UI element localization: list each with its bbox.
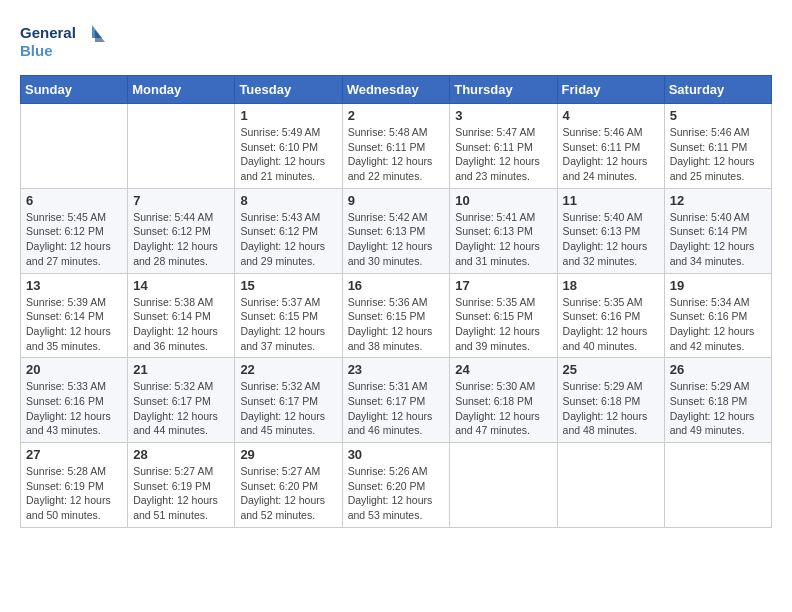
day-info: Sunrise: 5:27 AM Sunset: 6:20 PM Dayligh…	[240, 464, 336, 523]
day-number: 7	[133, 193, 229, 208]
calendar-cell: 3Sunrise: 5:47 AM Sunset: 6:11 PM Daylig…	[450, 104, 557, 189]
day-info: Sunrise: 5:40 AM Sunset: 6:13 PM Dayligh…	[563, 210, 659, 269]
day-number: 25	[563, 362, 659, 377]
day-info: Sunrise: 5:46 AM Sunset: 6:11 PM Dayligh…	[670, 125, 766, 184]
day-number: 27	[26, 447, 122, 462]
day-info: Sunrise: 5:47 AM Sunset: 6:11 PM Dayligh…	[455, 125, 551, 184]
calendar-cell: 14Sunrise: 5:38 AM Sunset: 6:14 PM Dayli…	[128, 273, 235, 358]
page-header: General Blue	[20, 20, 772, 65]
weekday-header-cell: Tuesday	[235, 76, 342, 104]
day-info: Sunrise: 5:42 AM Sunset: 6:13 PM Dayligh…	[348, 210, 445, 269]
calendar-cell: 4Sunrise: 5:46 AM Sunset: 6:11 PM Daylig…	[557, 104, 664, 189]
day-info: Sunrise: 5:32 AM Sunset: 6:17 PM Dayligh…	[133, 379, 229, 438]
calendar-cell: 22Sunrise: 5:32 AM Sunset: 6:17 PM Dayli…	[235, 358, 342, 443]
calendar-cell: 8Sunrise: 5:43 AM Sunset: 6:12 PM Daylig…	[235, 188, 342, 273]
calendar-cell: 16Sunrise: 5:36 AM Sunset: 6:15 PM Dayli…	[342, 273, 450, 358]
day-number: 8	[240, 193, 336, 208]
logo-svg: General Blue	[20, 20, 110, 65]
day-info: Sunrise: 5:28 AM Sunset: 6:19 PM Dayligh…	[26, 464, 122, 523]
calendar-cell: 27Sunrise: 5:28 AM Sunset: 6:19 PM Dayli…	[21, 443, 128, 528]
calendar-cell: 12Sunrise: 5:40 AM Sunset: 6:14 PM Dayli…	[664, 188, 771, 273]
weekday-header-cell: Monday	[128, 76, 235, 104]
calendar-cell: 25Sunrise: 5:29 AM Sunset: 6:18 PM Dayli…	[557, 358, 664, 443]
day-number: 17	[455, 278, 551, 293]
day-info: Sunrise: 5:30 AM Sunset: 6:18 PM Dayligh…	[455, 379, 551, 438]
day-info: Sunrise: 5:40 AM Sunset: 6:14 PM Dayligh…	[670, 210, 766, 269]
calendar-cell: 15Sunrise: 5:37 AM Sunset: 6:15 PM Dayli…	[235, 273, 342, 358]
day-info: Sunrise: 5:46 AM Sunset: 6:11 PM Dayligh…	[563, 125, 659, 184]
day-number: 13	[26, 278, 122, 293]
calendar-cell: 18Sunrise: 5:35 AM Sunset: 6:16 PM Dayli…	[557, 273, 664, 358]
calendar-cell: 23Sunrise: 5:31 AM Sunset: 6:17 PM Dayli…	[342, 358, 450, 443]
day-info: Sunrise: 5:48 AM Sunset: 6:11 PM Dayligh…	[348, 125, 445, 184]
day-info: Sunrise: 5:35 AM Sunset: 6:16 PM Dayligh…	[563, 295, 659, 354]
day-number: 14	[133, 278, 229, 293]
calendar-cell: 13Sunrise: 5:39 AM Sunset: 6:14 PM Dayli…	[21, 273, 128, 358]
day-info: Sunrise: 5:35 AM Sunset: 6:15 PM Dayligh…	[455, 295, 551, 354]
calendar-cell: 29Sunrise: 5:27 AM Sunset: 6:20 PM Dayli…	[235, 443, 342, 528]
day-info: Sunrise: 5:36 AM Sunset: 6:15 PM Dayligh…	[348, 295, 445, 354]
calendar-cell: 10Sunrise: 5:41 AM Sunset: 6:13 PM Dayli…	[450, 188, 557, 273]
day-number: 30	[348, 447, 445, 462]
day-number: 23	[348, 362, 445, 377]
weekday-header-cell: Sunday	[21, 76, 128, 104]
weekday-header-cell: Wednesday	[342, 76, 450, 104]
calendar-cell: 6Sunrise: 5:45 AM Sunset: 6:12 PM Daylig…	[21, 188, 128, 273]
weekday-header-row: SundayMondayTuesdayWednesdayThursdayFrid…	[21, 76, 772, 104]
calendar-cell: 24Sunrise: 5:30 AM Sunset: 6:18 PM Dayli…	[450, 358, 557, 443]
calendar-cell: 1Sunrise: 5:49 AM Sunset: 6:10 PM Daylig…	[235, 104, 342, 189]
day-number: 20	[26, 362, 122, 377]
day-info: Sunrise: 5:44 AM Sunset: 6:12 PM Dayligh…	[133, 210, 229, 269]
day-number: 22	[240, 362, 336, 377]
calendar-table: SundayMondayTuesdayWednesdayThursdayFrid…	[20, 75, 772, 528]
day-info: Sunrise: 5:27 AM Sunset: 6:19 PM Dayligh…	[133, 464, 229, 523]
calendar-week-row: 1Sunrise: 5:49 AM Sunset: 6:10 PM Daylig…	[21, 104, 772, 189]
day-number: 24	[455, 362, 551, 377]
calendar-week-row: 13Sunrise: 5:39 AM Sunset: 6:14 PM Dayli…	[21, 273, 772, 358]
day-number: 18	[563, 278, 659, 293]
day-number: 12	[670, 193, 766, 208]
calendar-cell: 11Sunrise: 5:40 AM Sunset: 6:13 PM Dayli…	[557, 188, 664, 273]
calendar-cell: 5Sunrise: 5:46 AM Sunset: 6:11 PM Daylig…	[664, 104, 771, 189]
calendar-week-row: 6Sunrise: 5:45 AM Sunset: 6:12 PM Daylig…	[21, 188, 772, 273]
day-number: 9	[348, 193, 445, 208]
day-info: Sunrise: 5:37 AM Sunset: 6:15 PM Dayligh…	[240, 295, 336, 354]
calendar-cell	[450, 443, 557, 528]
calendar-cell: 21Sunrise: 5:32 AM Sunset: 6:17 PM Dayli…	[128, 358, 235, 443]
day-info: Sunrise: 5:33 AM Sunset: 6:16 PM Dayligh…	[26, 379, 122, 438]
day-info: Sunrise: 5:32 AM Sunset: 6:17 PM Dayligh…	[240, 379, 336, 438]
calendar-cell: 20Sunrise: 5:33 AM Sunset: 6:16 PM Dayli…	[21, 358, 128, 443]
calendar-week-row: 27Sunrise: 5:28 AM Sunset: 6:19 PM Dayli…	[21, 443, 772, 528]
calendar-cell	[557, 443, 664, 528]
day-number: 2	[348, 108, 445, 123]
day-number: 3	[455, 108, 551, 123]
calendar-cell: 9Sunrise: 5:42 AM Sunset: 6:13 PM Daylig…	[342, 188, 450, 273]
day-number: 16	[348, 278, 445, 293]
day-info: Sunrise: 5:29 AM Sunset: 6:18 PM Dayligh…	[670, 379, 766, 438]
day-number: 10	[455, 193, 551, 208]
day-number: 26	[670, 362, 766, 377]
calendar-cell: 17Sunrise: 5:35 AM Sunset: 6:15 PM Dayli…	[450, 273, 557, 358]
day-info: Sunrise: 5:45 AM Sunset: 6:12 PM Dayligh…	[26, 210, 122, 269]
calendar-cell	[21, 104, 128, 189]
day-info: Sunrise: 5:41 AM Sunset: 6:13 PM Dayligh…	[455, 210, 551, 269]
calendar-body: 1Sunrise: 5:49 AM Sunset: 6:10 PM Daylig…	[21, 104, 772, 528]
weekday-header-cell: Saturday	[664, 76, 771, 104]
calendar-cell: 26Sunrise: 5:29 AM Sunset: 6:18 PM Dayli…	[664, 358, 771, 443]
day-info: Sunrise: 5:26 AM Sunset: 6:20 PM Dayligh…	[348, 464, 445, 523]
day-number: 29	[240, 447, 336, 462]
calendar-cell	[128, 104, 235, 189]
day-number: 19	[670, 278, 766, 293]
day-number: 5	[670, 108, 766, 123]
calendar-week-row: 20Sunrise: 5:33 AM Sunset: 6:16 PM Dayli…	[21, 358, 772, 443]
day-info: Sunrise: 5:29 AM Sunset: 6:18 PM Dayligh…	[563, 379, 659, 438]
svg-text:Blue: Blue	[20, 42, 53, 59]
day-info: Sunrise: 5:43 AM Sunset: 6:12 PM Dayligh…	[240, 210, 336, 269]
day-info: Sunrise: 5:49 AM Sunset: 6:10 PM Dayligh…	[240, 125, 336, 184]
calendar-cell: 19Sunrise: 5:34 AM Sunset: 6:16 PM Dayli…	[664, 273, 771, 358]
day-info: Sunrise: 5:34 AM Sunset: 6:16 PM Dayligh…	[670, 295, 766, 354]
calendar-cell: 2Sunrise: 5:48 AM Sunset: 6:11 PM Daylig…	[342, 104, 450, 189]
weekday-header-cell: Friday	[557, 76, 664, 104]
calendar-cell	[664, 443, 771, 528]
calendar-cell: 7Sunrise: 5:44 AM Sunset: 6:12 PM Daylig…	[128, 188, 235, 273]
